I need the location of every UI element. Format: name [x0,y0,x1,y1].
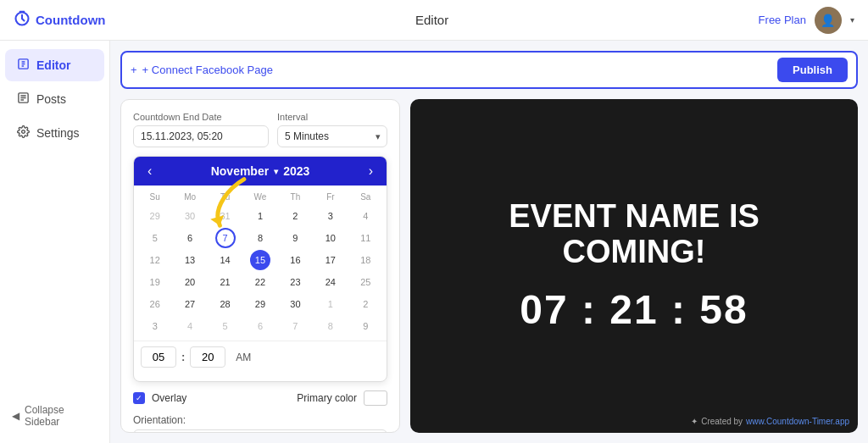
cal-day-30[interactable]: 30 [285,294,305,314]
calendar-month-year: November ▾ 2023 [211,164,310,178]
connect-fb-label: + Connect Facebook Page [142,64,273,76]
content-area: + + Connect Facebook Page Publish [110,41,868,443]
primary-color-swatch[interactable] [364,390,387,406]
calendar-week-3: 12 13 14 15 16 17 18 [137,249,383,271]
time-row: : AM [134,341,387,373]
toolbar-row: + + Connect Facebook Page Publish [120,51,858,89]
cal-day-dec6[interactable]: 6 [250,316,270,336]
day-name-th: Th [278,189,313,205]
calendar-week-6: 3 4 5 6 7 8 9 [137,315,383,337]
cal-day-21[interactable]: 21 [215,272,236,292]
cal-day-17[interactable]: 17 [320,250,341,270]
collapse-sidebar-button[interactable]: ◀ Collapse Sidebar [0,396,109,436]
app-logo[interactable]: Countdown [14,10,105,30]
cal-day-14[interactable]: 14 [215,250,236,270]
cal-day-4[interactable]: 4 [355,206,376,226]
cal-day-dec3[interactable]: 3 [145,316,165,336]
day-name-fr: Fr [313,189,348,205]
cal-day-9[interactable]: 9 [285,228,305,248]
connect-fb-plus-icon: + [131,64,137,76]
sidebar-item-posts-label: Posts [36,92,66,106]
page-title: Editor [415,13,448,27]
sidebar-item-settings-label: Settings [36,126,80,140]
cal-day-16[interactable]: 16 [285,250,305,270]
cal-day-13[interactable]: 13 [180,250,200,270]
calendar-month-chevron-icon: ▾ [274,167,278,176]
nav-right: Free Plan 👤 ▾ [759,7,854,34]
preview-timer: 07 : 21 : 58 [520,286,748,333]
cal-day-8[interactable]: 8 [250,228,270,248]
cal-day-25[interactable]: 25 [355,272,376,292]
cal-day-dec8[interactable]: 8 [320,316,341,336]
avatar-chevron-icon[interactable]: ▾ [850,15,854,25]
avatar-initials: 👤 [821,14,835,27]
cal-day-23[interactable]: 23 [285,272,305,292]
footer-link[interactable]: www.Countdown-Timer.app [746,417,849,426]
sidebar-item-settings[interactable]: Settings [5,117,104,149]
cal-day-15[interactable]: 15 [250,250,270,270]
sidebar-item-editor[interactable]: Editor [5,49,104,81]
date-label: Countdown End Date [133,112,269,122]
cal-day-oct30[interactable]: 30 [180,206,200,226]
footer-created-text: Created by [701,417,743,426]
overlay-checkbox[interactable]: ✓ [133,392,145,404]
cal-day-20[interactable]: 20 [180,272,200,292]
connect-fb-button[interactable]: + + Connect Facebook Page [131,64,273,76]
time-separator: : [181,351,185,363]
calendar-week-2: 5 6 7 8 9 10 11 [137,227,383,249]
cal-day-11[interactable]: 11 [355,228,376,248]
cal-day-2[interactable]: 2 [285,206,305,226]
preview-footer: ✦ Created by www.Countdown-Timer.app [691,417,849,426]
calendar-week-5: 26 27 28 29 30 1 2 [137,293,383,315]
cal-day-28[interactable]: 28 [215,294,236,314]
cal-day-19[interactable]: 19 [145,272,165,292]
orientation-select[interactable]: Square Landscape Portrait [133,429,387,433]
preview-panel: EVENT NAME IS COMING! 07 : 21 : 58 ✦ Cre… [410,99,858,433]
cal-day-27[interactable]: 27 [180,294,200,314]
collapse-icon: ◀ [12,410,19,422]
sidebar-item-posts[interactable]: Posts [5,83,104,115]
time-ampm-label: AM [236,352,251,363]
cal-day-22[interactable]: 22 [250,272,270,292]
interval-select-wrapper: 1 Minute 5 Minutes 10 Minutes 30 Minutes… [277,125,387,147]
cal-day-oct29[interactable]: 29 [145,206,165,226]
sidebar-item-editor-label: Editor [36,58,70,72]
calendar-prev-button[interactable]: ‹ [144,163,155,179]
cal-day-29[interactable]: 29 [250,294,270,314]
editor-panel: Countdown End Date Interval 1 Minute 5 M… [120,99,400,433]
date-group: Countdown End Date [133,112,269,147]
cal-day-dec7[interactable]: 7 [285,316,305,336]
interval-select[interactable]: 1 Minute 5 Minutes 10 Minutes 30 Minutes… [277,125,387,147]
cal-day-3[interactable]: 3 [320,206,341,226]
cal-day-dec4[interactable]: 4 [180,316,200,336]
svg-point-3 [22,130,25,134]
cal-day-dec1[interactable]: 1 [320,294,341,314]
orientation-row: Orientation: Square Landscape Portrait [133,414,387,433]
cal-day-26[interactable]: 26 [145,294,165,314]
date-input[interactable] [133,125,269,147]
publish-button[interactable]: Publish [777,58,848,82]
cal-day-dec2[interactable]: 2 [355,294,376,314]
cal-day-5[interactable]: 5 [145,228,165,248]
avatar[interactable]: 👤 [815,7,842,34]
preview-event-line2: COMING! [509,235,760,270]
preview-event-line1: EVENT NAME IS [509,199,760,235]
cal-day-10[interactable]: 10 [320,228,341,248]
overlay-label: Overlay [152,392,186,404]
cal-day-12[interactable]: 12 [145,250,165,270]
cal-day-18[interactable]: 18 [355,250,376,270]
calendar-next-button[interactable]: › [365,163,376,179]
cal-day-dec9[interactable]: 9 [355,316,376,336]
editor-icon [17,58,30,73]
time-minute-input[interactable] [190,346,225,368]
interval-label: Interval [277,112,387,122]
footer-icon: ✦ [691,417,698,426]
cal-day-dec5[interactable]: 5 [215,316,236,336]
sidebar: Editor Posts Settings [0,41,110,443]
primary-color-label: Primary color [297,392,357,404]
calendar-header: ‹ November ▾ 2023 › [134,157,387,186]
cal-day-6[interactable]: 6 [180,228,200,248]
time-hour-input[interactable] [141,346,176,368]
cal-day-24[interactable]: 24 [320,272,341,292]
logo-text: Countdown [36,13,105,27]
